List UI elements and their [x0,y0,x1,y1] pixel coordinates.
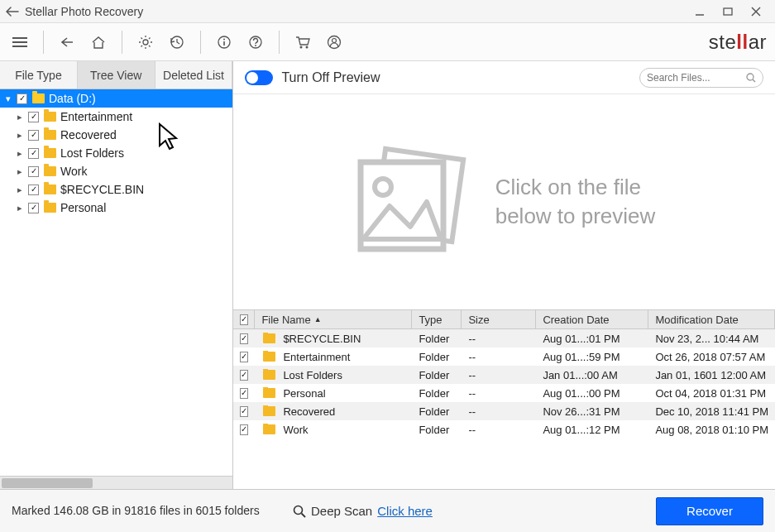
deep-scan-label: Deep Scan [311,504,372,518]
home-icon[interactable] [87,31,110,54]
folder-icon [263,424,275,434]
folder-icon [32,93,45,103]
left-panel: File Type Tree View Deleted List ▾ ✓ Dat… [0,61,233,489]
history-icon[interactable] [165,31,189,54]
info-icon[interactable] [213,31,236,54]
table-row[interactable]: ✓$RECYCLE.BINFolder--Aug 01...:01 PMNov … [233,329,775,347]
cell-mdate: Jan 01, 1601 12:00 AM [648,369,775,381]
table-row[interactable]: ✓RecoveredFolder--Nov 26...:31 PMDec 10,… [233,402,775,420]
scrollbar-thumb[interactable] [2,478,93,488]
chevron-right-icon[interactable]: ▸ [15,112,25,122]
tab-tree-view[interactable]: Tree View [78,61,155,89]
cell-filename: Recovered [283,405,335,418]
cell-type: Folder [412,351,462,363]
row-checkbox[interactable]: ✓ [240,333,248,344]
menu-icon[interactable] [8,31,31,54]
chevron-right-icon[interactable]: ▸ [15,185,25,195]
svg-point-22 [300,46,303,48]
chevron-right-icon[interactable]: ▸ [15,148,25,159]
svg-point-21 [255,45,256,46]
deep-scan: Deep Scan Click here [293,504,433,518]
tree-checkbox[interactable]: ✓ [17,93,27,104]
tab-file-type[interactable]: File Type [0,61,78,89]
chevron-right-icon[interactable]: ▸ [15,166,25,177]
svg-point-31 [294,506,303,514]
user-icon[interactable] [323,31,346,54]
folder-icon [263,333,275,343]
horizontal-scrollbar[interactable] [0,476,232,489]
chevron-down-icon[interactable]: ▾ [3,93,13,104]
table-row[interactable]: ✓Lost FoldersFolder--Jan 01...:00 AMJan … [233,366,775,384]
tree-checkbox[interactable]: ✓ [28,203,39,213]
svg-line-32 [302,513,306,517]
back-arrow-icon [5,4,20,19]
search-input[interactable]: Search Files... [639,68,763,88]
col-type[interactable]: Type [412,310,462,328]
header-checkbox[interactable]: ✓ [233,310,255,328]
table-row[interactable]: ✓EntertainmentFolder--Aug 01...:59 PMOct… [233,347,775,366]
chevron-right-icon[interactable]: ▸ [15,203,25,213]
tree-checkbox[interactable]: ✓ [28,112,39,122]
row-checkbox[interactable]: ✓ [240,406,248,417]
row-checkbox[interactable]: ✓ [240,352,248,362]
tree-item[interactable]: ▸✓Entertainment [0,108,232,126]
cell-mdate: Oct 26, 2018 07:57 AM [648,351,775,363]
gear-icon[interactable] [134,31,157,54]
tree-root[interactable]: ▾ ✓ Data (D:) [0,89,232,108]
cell-size: -- [462,405,536,418]
tree-item[interactable]: ▸✓Lost Folders [0,144,232,162]
tree-checkbox[interactable]: ✓ [28,130,39,141]
window-close-button[interactable] [742,2,770,22]
preview-header: Turn Off Preview Search Files... [233,61,775,94]
tree-item[interactable]: ▸✓Recovered [0,126,232,144]
folder-icon [263,388,275,398]
row-checkbox[interactable]: ✓ [240,424,248,435]
tree-item[interactable]: ▸✓Personal [0,199,232,217]
cell-cdate: Jan 01...:00 AM [536,369,648,381]
deep-scan-link[interactable]: Click here [377,504,433,518]
col-size[interactable]: Size [462,310,536,328]
row-checkbox[interactable]: ✓ [240,370,248,381]
table-row[interactable]: ✓WorkFolder--Aug 01...:12 PMAug 08, 2018… [233,420,775,439]
cell-mdate: Dec 10, 2018 11:41 PM [648,405,775,418]
cell-filename: Entertainment [283,351,350,363]
svg-point-7 [143,40,148,45]
folder-tree[interactable]: ▾ ✓ Data (D:) ▸✓Entertainment▸✓Recovered… [0,89,232,476]
cell-cdate: Aug 01...:12 PM [536,424,648,436]
tab-deleted-list[interactable]: Deleted List [155,61,233,89]
window-maximize-button[interactable] [714,2,742,22]
cell-size: -- [462,369,536,381]
preview-toggle[interactable] [245,70,273,85]
nav-back-icon[interactable] [55,31,79,54]
row-checkbox[interactable]: ✓ [240,388,248,399]
table-row[interactable]: ✓PersonalFolder--Aug 01...:00 PMOct 04, … [233,384,775,402]
tree-item[interactable]: ▸✓$RECYCLE.BIN [0,180,232,199]
help-icon[interactable] [244,31,267,54]
recover-button[interactable]: Recover [656,497,763,525]
col-modification-date[interactable]: Modification Date [648,310,775,328]
tree-item[interactable]: ▸✓Work [0,162,232,180]
magnifier-icon [293,505,306,518]
cell-filename: Personal [283,387,325,400]
cart-icon[interactable] [291,31,314,54]
folder-icon [44,130,56,140]
toolbar: stellar [0,23,775,61]
svg-point-19 [223,38,225,40]
tree-label: Data (D:) [49,92,96,105]
tree-label: Entertainment [60,110,132,123]
search-placeholder: Search Files... [647,72,710,84]
svg-point-26 [747,74,753,80]
tree-checkbox[interactable]: ✓ [28,166,39,177]
cell-type: Folder [412,405,462,418]
col-creation-date[interactable]: Creation Date [536,310,648,328]
cell-cdate: Nov 26...:31 PM [536,405,648,418]
cell-filename: $RECYCLE.BIN [283,333,361,345]
chevron-right-icon[interactable]: ▸ [15,130,25,141]
tree-checkbox[interactable]: ✓ [28,148,39,159]
col-filename[interactable]: File Name▲ [255,310,412,328]
cell-cdate: Aug 01...:59 PM [536,351,648,363]
tree-label: Work [60,165,87,178]
window-minimize-button[interactable] [686,2,714,22]
tree-checkbox[interactable]: ✓ [28,185,39,195]
preview-toggle-label: Turn Off Preview [281,70,380,85]
